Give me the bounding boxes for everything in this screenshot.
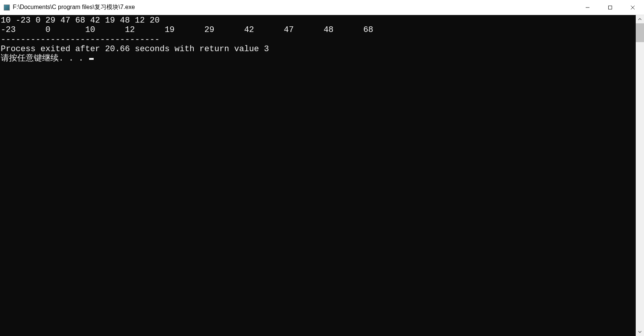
chevron-down-icon: [638, 330, 642, 334]
terminal-line: -23 0 10 12 19 29 42 47 48 68: [1, 25, 636, 35]
content-area: 10 -23 0 29 47 68 42 19 48 12 20-23 0 10…: [0, 15, 644, 336]
close-button[interactable]: [621, 0, 644, 15]
maximize-button[interactable]: [599, 0, 621, 15]
chevron-up-icon: [638, 17, 642, 21]
terminal-cursor: [89, 58, 94, 60]
minimize-button[interactable]: [576, 0, 599, 15]
scroll-thumb[interactable]: [636, 23, 644, 42]
terminal-line: Process exited after 20.66 seconds with …: [1, 44, 636, 54]
minimize-icon: [585, 5, 590, 10]
terminal-prompt-line: 请按任意键继续. . .: [1, 54, 636, 63]
scroll-down-button[interactable]: [636, 328, 644, 336]
terminal-line: 10 -23 0 29 47 68 42 19 48 12 20: [1, 16, 636, 25]
window-titlebar: F:\Documents\C program files\复习模块\7.exe: [0, 0, 644, 15]
maximize-icon: [608, 5, 612, 10]
app-icon: [4, 5, 10, 11]
svg-rect-1: [609, 6, 612, 9]
scroll-up-button[interactable]: [636, 15, 644, 23]
vertical-scrollbar[interactable]: [636, 15, 644, 336]
terminal-output[interactable]: 10 -23 0 29 47 68 42 19 48 12 20-23 0 10…: [0, 15, 636, 336]
scroll-track[interactable]: [636, 23, 644, 328]
close-icon: [630, 5, 635, 10]
window-controls: [576, 0, 644, 15]
terminal-line: --------------------------------: [1, 35, 636, 44]
terminal-prompt: 请按任意键继续. . .: [1, 54, 88, 63]
window-title: F:\Documents\C program files\复习模块\7.exe: [13, 3, 576, 11]
